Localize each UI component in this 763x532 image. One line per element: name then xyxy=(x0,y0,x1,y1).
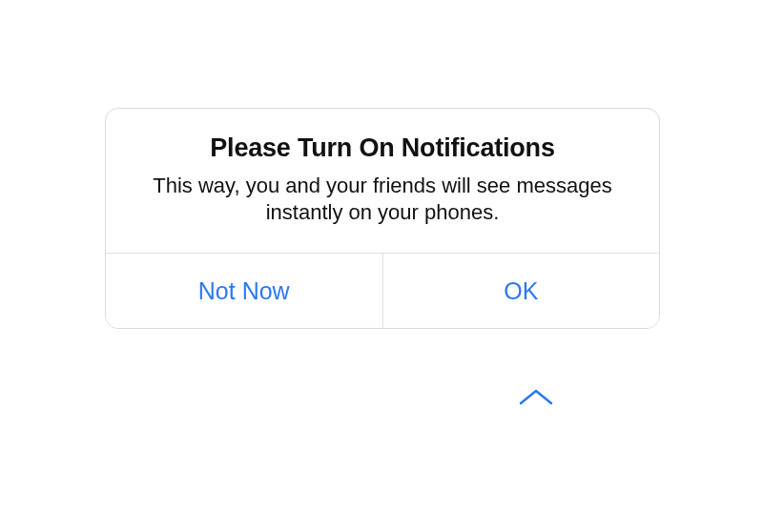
ok-button[interactable]: OK xyxy=(382,254,660,328)
dialog-title: Please Turn On Notifications xyxy=(134,133,630,163)
notifications-dialog: Please Turn On Notifications This way, y… xyxy=(105,108,660,329)
dialog-actions: Not Now OK xyxy=(106,254,659,328)
dialog-body: Please Turn On Notifications This way, y… xyxy=(106,109,659,254)
dialog-message: This way, you and your friends will see … xyxy=(134,173,630,226)
chevron-up-icon xyxy=(518,387,554,406)
not-now-button[interactable]: Not Now xyxy=(106,254,382,328)
